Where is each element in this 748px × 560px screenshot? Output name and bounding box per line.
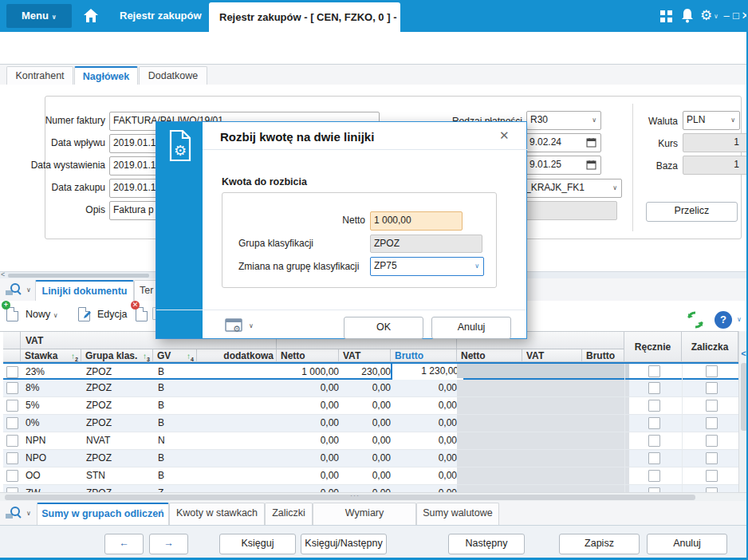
tab-kontrahent[interactable]: Kontrahent: [6, 66, 73, 85]
horizontal-scrollbar[interactable]: ···: [0, 492, 748, 501]
tab-rejestr-zakupow[interactable]: Rejestr zakupów: [120, 0, 202, 32]
column-label: Netto: [461, 350, 486, 361]
bell-icon[interactable]: [680, 8, 695, 26]
column-header-netto[interactable]: Netto: [277, 349, 339, 362]
cell-recznie-checkbox[interactable]: [648, 417, 660, 429]
column-header-dodatkowa[interactable]: dodatkowa: [197, 349, 277, 362]
waluta-value: PLN: [687, 114, 705, 125]
apps-grid-icon[interactable]: [660, 10, 672, 25]
tab-sumy-odliczen[interactable]: Sumy w grupach odliczeń VAT: [37, 503, 169, 526]
column-header-grupaklas[interactable]: Grupa klas.↑3: [81, 349, 153, 362]
cell-zaliczka-checkbox[interactable]: [706, 365, 718, 377]
tab-zaliczki[interactable]: Zaliczki: [265, 503, 313, 525]
row-checkbox[interactable]: [6, 417, 18, 429]
chevron-down-icon: ∨: [474, 263, 479, 270]
anuluj-button[interactable]: Anuluj: [647, 534, 727, 554]
table-row[interactable]: ZWZPOZZ0,000,000,00: [3, 485, 738, 492]
netto-input[interactable]: 1 000,00: [370, 211, 463, 231]
splitter-collapse-icon[interactable]: <: [1, 270, 5, 278]
cell-recznie-checkbox[interactable]: [648, 400, 660, 412]
column-header-brutto[interactable]: Brutto: [582, 349, 624, 362]
tab-wymiary[interactable]: Wymiary kontrolingowe: [313, 503, 416, 525]
tab-linijki-dokumentu[interactable]: Linijki dokumentu: [35, 280, 134, 302]
gear-chevron-icon[interactable]: ∨: [714, 14, 718, 20]
cell-zaliczka-checkbox[interactable]: [706, 382, 718, 394]
vertical-scrollbar-thumb[interactable]: [741, 363, 747, 431]
lines-help-icon[interactable]: ?: [715, 311, 732, 329]
ok-button[interactable]: OK: [344, 317, 423, 339]
ksieguj-button[interactable]: Księguj: [219, 534, 296, 554]
dialog-options-chevron-icon[interactable]: ∨: [249, 323, 254, 329]
anuluj-dialog-button[interactable]: Anuluj: [431, 317, 511, 339]
home-icon[interactable]: [83, 8, 99, 26]
row-checkbox[interactable]: [6, 366, 18, 378]
table-row[interactable]: NPNNVATN0,000,000,00: [3, 432, 738, 450]
ksieguj-nastepny-button[interactable]: Księguj/Następny: [301, 534, 387, 554]
zapisz-button[interactable]: Zapisz: [559, 534, 640, 554]
column-header-brutto[interactable]: Brutto: [391, 349, 457, 362]
tab-sumy-walutowe[interactable]: Sumy walutowe: [416, 503, 499, 525]
cell-currency-disabled: [457, 467, 629, 484]
waluta-select[interactable]: PLN ∨: [683, 111, 740, 130]
row-checkbox[interactable]: [6, 435, 18, 447]
cell-zaliczka-checkbox[interactable]: [706, 452, 718, 464]
column-separator: [682, 485, 683, 492]
table-row[interactable]: NPOZPOZB0,000,000,00: [3, 450, 738, 467]
edycja-button[interactable]: Edycja: [97, 306, 128, 322]
table-row[interactable]: 23%ZPOZB1 000,00230,001 230,00: [3, 362, 738, 380]
menu-button[interactable]: Menu ∨: [6, 4, 72, 28]
row-checkbox[interactable]: [6, 400, 18, 412]
prev-record-button[interactable]: ←: [104, 534, 144, 554]
column-header-stawka[interactable]: Stawka↑2: [21, 349, 81, 362]
lines-help-chevron-icon[interactable]: ∨: [737, 317, 742, 323]
gear-icon[interactable]: ⚙: [700, 7, 712, 24]
cell-recznie-checkbox[interactable]: [648, 365, 660, 377]
cell-zaliczka-checkbox[interactable]: [706, 470, 718, 482]
cell-recznie-checkbox[interactable]: [648, 435, 660, 447]
nowy-button[interactable]: Nowy ∨: [26, 306, 58, 322]
dialog-close-icon[interactable]: ✕: [499, 128, 510, 143]
column-header-netto[interactable]: Netto: [457, 349, 522, 362]
zmiana-grupy-select[interactable]: ZP75 ∨: [370, 257, 484, 276]
bottom-organizer-icon[interactable]: [5, 506, 22, 523]
nastepny-button[interactable]: Następny: [448, 534, 525, 554]
table-row[interactable]: 8%ZPOZB0,000,000,00: [3, 380, 738, 397]
przelicz-button[interactable]: Przelicz: [646, 202, 738, 222]
kurs-label: Kurs: [558, 135, 678, 152]
dialog-window-gear-icon[interactable]: ⚙: [225, 317, 244, 336]
cell-recznie-checkbox[interactable]: [648, 470, 660, 482]
organizer-chevron-icon[interactable]: ∨: [26, 287, 31, 294]
tab-dodatkowe[interactable]: Dodatkowe: [139, 66, 207, 85]
table-row[interactable]: OOSTNB0,000,000,00: [3, 467, 738, 485]
cell-zaliczka-checkbox[interactable]: [706, 435, 718, 447]
vertical-scrollbar[interactable]: <: [738, 331, 748, 492]
cell-recznie-checkbox[interactable]: [648, 452, 660, 464]
kurs-select[interactable]: 1 ∨: [683, 133, 748, 152]
column-header-gv[interactable]: GV↑4: [153, 349, 197, 362]
next-record-button[interactable]: →: [149, 534, 188, 554]
horizontal-scrollbar-thumb[interactable]: ···: [5, 495, 695, 500]
cell-zaliczka-checkbox[interactable]: [706, 400, 718, 412]
panel-collapse-icon[interactable]: <: [739, 349, 748, 358]
bottom-organizer-chevron-icon[interactable]: ∨: [26, 511, 31, 517]
close-button[interactable]: ✕: [739, 8, 748, 24]
baza-select[interactable]: 1 ∨: [683, 156, 748, 175]
cell-recznie-checkbox[interactable]: [648, 382, 660, 394]
row-checkbox[interactable]: [6, 452, 18, 464]
column-header-vat[interactable]: VAT: [339, 349, 391, 362]
cell-zaliczka-checkbox[interactable]: [706, 417, 718, 429]
table-row[interactable]: 5%ZPOZB0,000,000,00: [3, 397, 738, 415]
column-label: Brutto: [586, 350, 615, 361]
row-checkbox[interactable]: [6, 470, 18, 482]
tab-kwoty-stawki[interactable]: Kwoty w stawkach VAT: [169, 503, 265, 525]
column-header-vat[interactable]: VAT: [522, 349, 582, 362]
tab-active-rejestr[interactable]: Rejestr zakupów - [ CEN, FZKO, 0 ] -: [209, 2, 400, 32]
table-row[interactable]: 0%ZPOZB0,000,000,00: [3, 415, 738, 432]
row-checkbox[interactable]: [6, 382, 18, 394]
organizer-icon[interactable]: [5, 282, 22, 299]
tab-naglowek[interactable]: Nagłówek: [74, 66, 138, 86]
zmiana-grupy-label: Zmiana na grupę klasyfikacji: [238, 261, 359, 272]
lines-refresh-icon[interactable]: [686, 310, 705, 332]
splitter-handle[interactable]: [8, 274, 149, 278]
opis-label: Opis: [0, 201, 105, 219]
